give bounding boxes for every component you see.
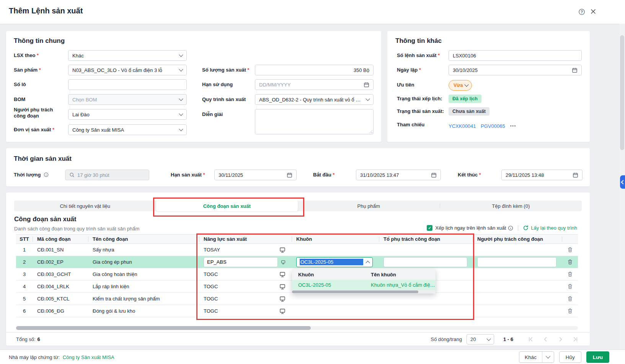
chevron-up-icon	[366, 261, 370, 265]
cell-person[interactable]	[473, 305, 562, 317]
refresh-icon[interactable]	[523, 225, 529, 231]
quy-trinh-select[interactable]: ABS_OD_D632-2 - Quy trình sản xuất vỏ ổ …	[255, 94, 374, 105]
so-lenh-input[interactable]	[449, 50, 582, 61]
cell-team[interactable]	[379, 305, 473, 317]
workstation-icon[interactable]	[279, 284, 286, 290]
ngay-lap-label: Ngày lập	[397, 65, 421, 75]
prev-page-icon[interactable]	[543, 336, 548, 342]
calendar-icon[interactable]	[364, 82, 369, 88]
reference-link-2[interactable]: PGV00065	[481, 123, 505, 129]
table-hscrollbar-thumb[interactable]	[16, 326, 311, 330]
quy-trinh-label: Quy trình sản xuất	[202, 94, 246, 105]
stages-card: Chi tiết nguyên vật liệu Công đoạn sản x…	[6, 193, 590, 346]
tab-byproducts[interactable]: Phụ phẩm	[298, 201, 440, 211]
bom-select[interactable]: Chọn BOM	[68, 94, 187, 105]
duration-input[interactable]: 17 giờ 30 phút	[65, 170, 149, 180]
thoi-luong-label: Thời lượng	[14, 170, 49, 180]
tab-attachments[interactable]: Tệp đính kèm (0)	[440, 201, 582, 211]
table-row: 6 CĐ.006_ĐG Đóng gói & lưu kho TOGC	[16, 305, 578, 317]
trash-icon[interactable]	[567, 271, 573, 277]
cell-stt: 3	[16, 268, 33, 280]
so-lo-input[interactable]	[68, 79, 187, 90]
production-time-card: Thời gian sản xuất Thời lượng 17 giờ 30 …	[6, 148, 590, 186]
reference-more-icon[interactable]: ⋯	[510, 122, 516, 129]
calendar-icon[interactable]	[431, 172, 437, 178]
info-icon[interactable]	[508, 225, 513, 231]
calendar-icon[interactable]	[287, 172, 292, 178]
table-row: 1 CĐ.001_SN Sấy nhựa TOSAY	[16, 244, 578, 256]
cell-mold[interactable]	[292, 305, 379, 317]
next-page-icon[interactable]	[558, 336, 563, 342]
last-page-icon[interactable]	[573, 336, 578, 342]
workstation-icon[interactable]	[279, 247, 286, 253]
mold-option-code: OC3L-2025-05	[292, 282, 365, 288]
first-page-icon[interactable]	[528, 336, 534, 342]
thoi-luong-label-text: Thời lượng	[14, 172, 41, 178]
cell-team[interactable]	[379, 244, 473, 256]
lsx-theo-select[interactable]: Khác	[68, 50, 187, 61]
nguoi-phu-trach-label: Người phụ trách công đoạn	[14, 107, 66, 119]
ngay-lap-input[interactable]	[449, 65, 582, 75]
vertical-scrollbar-thumb[interactable]	[620, 35, 624, 150]
quy-trinh-value: ABS_OD_D632-2 - Quy trình sản xuất vỏ ổ …	[259, 97, 363, 103]
col-team: Tổ phụ trách công đoạn	[379, 235, 473, 243]
san-pham-select[interactable]: N03_ABS_OC_3LO - Vỏ ổ cắm điện 3 lỗ	[68, 65, 187, 75]
bat-dau-input[interactable]	[356, 170, 441, 180]
close-icon[interactable]	[590, 8, 596, 16]
mold-combobox-open[interactable]: OC3L-2025-05	[296, 257, 373, 267]
nguoi-phu-trach-select[interactable]: Lai Đào	[68, 109, 187, 120]
mold-dropdown-option[interactable]: OC3L-2025-05 Khuôn nhựa_Vỏ ổ cắm điện...	[292, 280, 436, 290]
trash-icon[interactable]	[567, 308, 573, 314]
tab-production-stages[interactable]: Công đoạn sản xuất	[156, 201, 298, 211]
col-actions	[562, 235, 578, 243]
chevron-down-icon	[179, 111, 183, 116]
calendar-icon[interactable]	[572, 67, 578, 73]
factory-link[interactable]: Công ty Sản xuất MISA	[63, 354, 114, 360]
reference-link-1[interactable]: YCXK00041	[449, 123, 476, 129]
trash-icon[interactable]	[567, 247, 573, 253]
reload-by-process-link[interactable]: Lấy lại theo quy trình	[531, 225, 577, 231]
han-san-xuat-input[interactable]	[214, 170, 297, 180]
han-su-dung-input[interactable]	[255, 79, 374, 90]
don-vi-select[interactable]: Công ty Sản xuất MISA	[68, 124, 187, 135]
workstation-icon[interactable]	[281, 259, 286, 265]
cell-person[interactable]	[473, 268, 562, 280]
schedule-checkbox-checked[interactable]	[427, 225, 432, 231]
help-icon[interactable]: ?	[578, 8, 585, 17]
workstation-icon[interactable]	[279, 271, 286, 277]
other-info-card: Thông tin khác Số lệnh sản xuất Ngày lập…	[387, 31, 590, 142]
dien-giai-textarea-wrap	[255, 109, 374, 134]
priority-pill[interactable]: Vừa	[449, 80, 472, 91]
workstation-icon[interactable]	[279, 296, 286, 302]
don-vi-label: Đơn vị sản xuất	[14, 124, 54, 135]
other-split-button[interactable]: Khác	[519, 351, 554, 363]
team-input[interactable]	[383, 257, 467, 267]
cancel-button[interactable]: Hủy	[559, 351, 581, 363]
calendar-icon[interactable]	[573, 172, 578, 178]
cell-team[interactable]	[379, 293, 473, 305]
other-button-chevron[interactable]	[542, 356, 554, 358]
dien-giai-textarea[interactable]	[255, 109, 373, 134]
cell-person[interactable]	[473, 281, 562, 292]
tab-material-details[interactable]: Chi tiết nguyên vật liệu	[14, 201, 156, 211]
workstation-icon[interactable]	[279, 308, 286, 314]
capacity-input[interactable]	[204, 257, 278, 267]
trash-icon[interactable]	[567, 296, 573, 302]
cell-name: Gia công hoàn thiện	[88, 268, 199, 280]
ket-thuc-input[interactable]	[501, 170, 583, 180]
cell-stt: 1	[16, 244, 33, 256]
dropdown-hscrollbar[interactable]	[292, 290, 436, 294]
per-page-select[interactable]: 20	[467, 334, 494, 344]
save-button[interactable]: Lưu	[586, 351, 609, 363]
side-panel-toggle[interactable]	[620, 175, 625, 189]
footer-actions: Khác Hủy Lưu	[519, 351, 609, 363]
trash-icon[interactable]	[567, 259, 573, 265]
cell-person[interactable]	[473, 293, 562, 305]
trash-icon[interactable]	[567, 284, 573, 289]
cell-person[interactable]	[473, 244, 562, 256]
cell-mold[interactable]	[292, 244, 379, 256]
person-input[interactable]	[477, 257, 556, 267]
so-luong-input[interactable]	[255, 65, 374, 75]
cell-mold[interactable]	[292, 293, 379, 305]
table-hscrollbar[interactable]	[16, 326, 578, 330]
